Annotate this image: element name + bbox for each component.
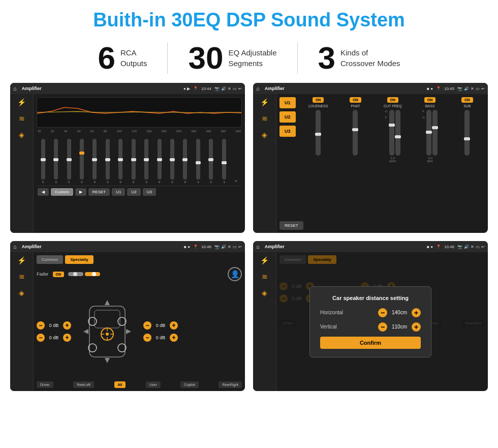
- eq-u2-btn[interactable]: U2: [127, 188, 140, 196]
- eq-custom-btn[interactable]: Custom: [51, 188, 73, 196]
- fader-minus-2[interactable]: −: [143, 321, 151, 330]
- fader-driver-btn[interactable]: Driver: [37, 381, 53, 388]
- fader-tab-common[interactable]: Common: [37, 255, 63, 264]
- fader-tabs: Common Specialty: [37, 255, 242, 264]
- eq-slider-1[interactable]: 0: [54, 139, 58, 184]
- crossover-filter-icon[interactable]: ⚡: [260, 98, 269, 106]
- cutfreq-toggle[interactable]: ON: [387, 97, 399, 103]
- fader-val-2: 0 dB: [153, 323, 168, 328]
- fader-rearright-btn[interactable]: RearRight: [219, 381, 242, 388]
- fader-plus-3[interactable]: +: [170, 334, 178, 342]
- eq-slider-10[interactable]: 0: [170, 139, 174, 184]
- u3-btn[interactable]: U3: [279, 126, 296, 137]
- eq-expand-icon[interactable]: »: [235, 178, 237, 184]
- fader-all-btn[interactable]: All: [114, 381, 126, 388]
- fader-controls-row: − 0 dB + − 0 dB +: [37, 283, 242, 379]
- u2-btn[interactable]: U2: [279, 111, 296, 123]
- fader-plus-1[interactable]: +: [63, 334, 71, 342]
- fader-toggle[interactable]: ON: [53, 272, 65, 277]
- crossover-reset-btn[interactable]: RESET: [279, 221, 303, 230]
- fader-minus-1[interactable]: −: [37, 334, 45, 342]
- fader-bottom-labels: Driver RearLeft All User Copilot RearRig…: [37, 381, 242, 388]
- eq-slider-7[interactable]: 0: [132, 139, 136, 184]
- fader-dot-icons: ■ ●: [184, 245, 190, 249]
- eq-slider-6[interactable]: 0: [118, 139, 122, 184]
- loudness-slider[interactable]: [316, 110, 321, 156]
- modal-vertical-plus[interactable]: +: [412, 322, 421, 332]
- loudness-label: LOUDNESS: [308, 104, 328, 108]
- fader-wave-icon[interactable]: ≋: [19, 273, 25, 281]
- fader-minus-0[interactable]: −: [37, 321, 45, 330]
- phat-toggle[interactable]: ON: [350, 97, 361, 103]
- eq-reset-btn[interactable]: RESET: [88, 188, 110, 196]
- fader-tab-specialty[interactable]: Specialty: [65, 255, 93, 264]
- fader-val-0: 0 dB: [47, 323, 61, 328]
- dialog-screenshot: ⌂ Amplifier ■ ● 📍 10:46 📷🔊✕▭↩ ⚡ ≋ ◈ Comm…: [253, 241, 488, 391]
- fader-filter-icon[interactable]: ⚡: [17, 256, 26, 264]
- eq-slider-12[interactable]: -1: [196, 139, 200, 184]
- eq-play-btn[interactable]: ▶: [75, 188, 86, 196]
- cutfreq-label: CUT FREQ: [384, 104, 402, 108]
- modal-vertical-minus[interactable]: −: [378, 322, 387, 332]
- fader-sidebar: ⚡ ≋ ◈: [10, 252, 34, 391]
- fader-profile-icon[interactable]: 👤: [228, 267, 242, 281]
- fader-plus-2[interactable]: +: [170, 321, 178, 330]
- fader-screenshot: ⌂ Amplifier ■ ● 📍 10:46 📷🔊✕▭↩ ⚡ ≋ ◈ Comm…: [10, 241, 245, 391]
- eq-u3-btn[interactable]: U3: [143, 188, 156, 196]
- feature-text-eq: EQ Adjustable Segments: [228, 47, 276, 69]
- fader-vol-icon[interactable]: ◈: [19, 289, 24, 297]
- eq-u1-btn[interactable]: U1: [112, 188, 125, 196]
- cutfreq-slider-f[interactable]: [395, 110, 400, 156]
- modal-confirm-button[interactable]: Confirm: [320, 337, 421, 349]
- fader-content: ⚡ ≋ ◈ Common Specialty Fader ON: [10, 252, 245, 391]
- eq-slider-14[interactable]: -1: [222, 139, 226, 184]
- eq-slider-13[interactable]: 0: [209, 139, 213, 184]
- cutfreq-slider-g[interactable]: [389, 110, 394, 156]
- crossover-vol-icon[interactable]: ◈: [262, 131, 267, 139]
- eq-slider-9[interactable]: 0: [158, 139, 162, 184]
- eq-slider-4[interactable]: 0: [92, 139, 97, 184]
- eq-wave-icon[interactable]: ≋: [19, 114, 25, 123]
- eq-slider-3[interactable]: 5: [80, 139, 84, 184]
- eq-slider-0[interactable]: 0: [41, 139, 45, 184]
- sub-toggle[interactable]: ON: [461, 97, 473, 103]
- crossover-dot-icons: ■ ●: [427, 86, 433, 91]
- eq-status-icons: 📷🔊✕▭↩: [214, 86, 242, 91]
- fader-user-btn[interactable]: User: [146, 381, 161, 388]
- crossover-phat: ON PHAT: [338, 97, 373, 217]
- modal-horizontal-value: 140cm: [389, 310, 410, 315]
- eq-prev-btn[interactable]: ◀: [38, 188, 49, 196]
- eq-slider-11[interactable]: 0: [183, 139, 187, 184]
- feature-crossover: 3 Kinds of Crossover Modes: [298, 42, 421, 74]
- u1-btn[interactable]: U1: [279, 97, 296, 108]
- bass-slider-g[interactable]: [432, 110, 438, 156]
- eq-filter-icon[interactable]: ⚡: [17, 98, 26, 106]
- eq-slider-8[interactable]: 0: [144, 139, 148, 184]
- loudness-toggle[interactable]: ON: [313, 97, 324, 103]
- eq-slider-5[interactable]: 0: [106, 139, 110, 184]
- fader-minus-3[interactable]: −: [143, 334, 151, 342]
- eq-vol-icon[interactable]: ◈: [19, 131, 24, 139]
- crossover-wave-icon[interactable]: ≋: [262, 114, 268, 123]
- fader-plus-0[interactable]: +: [63, 321, 71, 330]
- modal-horizontal-plus[interactable]: +: [412, 308, 421, 317]
- bass-slider-f[interactable]: [426, 110, 431, 156]
- modal-horizontal-minus[interactable]: −: [378, 308, 387, 317]
- fader-val-1: 0 dB: [47, 335, 61, 340]
- modal-horizontal-label: Horizontal: [320, 310, 343, 315]
- feature-number-rca: 6: [98, 42, 115, 74]
- crossover-loudness: ON LOUDNESS: [301, 97, 336, 217]
- svg-marker-15: [83, 329, 88, 334]
- eq-sidebar: ⚡ ≋ ◈: [10, 94, 34, 233]
- phat-slider[interactable]: [353, 110, 358, 156]
- eq-slider-2[interactable]: 0: [67, 139, 71, 184]
- fader-val-3: 0 dB: [153, 335, 168, 340]
- crossover-sidebar: ⚡ ≋ ◈: [253, 94, 276, 233]
- fader-rearleft-btn[interactable]: RearLeft: [73, 381, 94, 388]
- fader-copilot-btn[interactable]: Copilot: [180, 381, 199, 388]
- eq-screen-title: Amplifier: [22, 86, 180, 91]
- modal-vertical-control: − 110cm +: [378, 322, 421, 332]
- sub-slider[interactable]: [464, 110, 470, 156]
- fader-screen-title: Amplifier: [22, 244, 181, 249]
- bass-toggle[interactable]: ON: [424, 97, 436, 103]
